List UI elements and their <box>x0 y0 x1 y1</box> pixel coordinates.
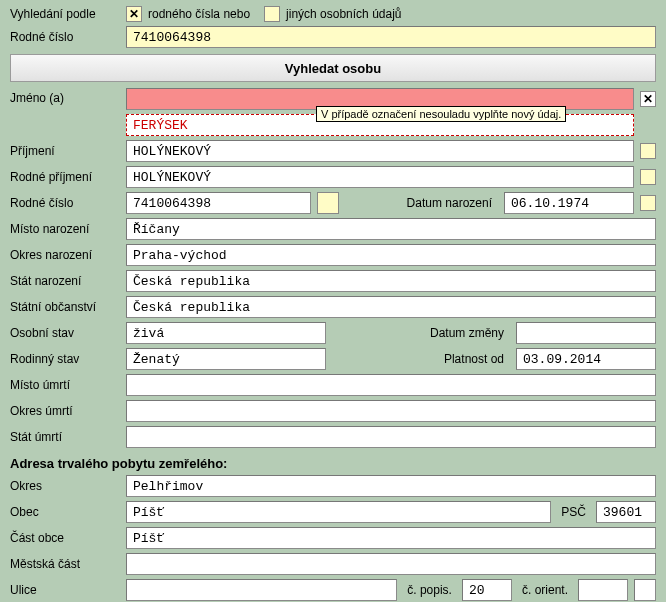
obcanstvi-row: Státní občanství Česká republika <box>10 296 656 318</box>
misto-narozeni-row: Místo narození Říčany <box>10 218 656 240</box>
dob-mismatch-checkbox[interactable] <box>640 195 656 211</box>
corient-label: č. orient. <box>518 583 572 597</box>
misto-umrti-input[interactable] <box>126 374 656 396</box>
search-mode-label: Vyhledání podle <box>10 7 120 21</box>
cast-obce-label: Část obce <box>10 531 120 545</box>
okres-narozeni-input[interactable]: Praha-východ <box>126 244 656 266</box>
platnost-input[interactable]: 03.09.2014 <box>516 348 656 370</box>
stat-narozeni-label: Stát narození <box>10 274 120 288</box>
obcanstvi-label: Státní občanství <box>10 300 120 314</box>
osobni-stav-input[interactable]: živá <box>126 322 326 344</box>
rodne-prijmeni-input[interactable]: HOLÝNEKOVÝ <box>126 166 634 188</box>
obec-input[interactable]: Píšť <box>126 501 551 523</box>
jmeno-row: Jméno (a) FERÝSEK V případě označení nes… <box>10 88 656 136</box>
stat-umrti-label: Stát úmrtí <box>10 430 120 444</box>
okres-input[interactable]: Pelhřimov <box>126 475 656 497</box>
search-by-other-text: jiných osobních údajů <box>286 7 401 21</box>
dob-input[interactable]: 06.10.1974 <box>504 192 634 214</box>
rc-search-input[interactable]: 7410064398 <box>126 26 656 48</box>
rc-search-label: Rodné číslo <box>10 30 120 44</box>
misto-narozeni-input[interactable]: Říčany <box>126 218 656 240</box>
rc-search-row: Rodné číslo 7410064398 <box>10 26 656 48</box>
obec-row: Obec Píšť PSČ 39601 <box>10 501 656 523</box>
rodinny-stav-input[interactable]: Ženatý <box>126 348 326 370</box>
mestska-cast-input[interactable] <box>126 553 656 575</box>
stat-umrti-row: Stát úmrtí <box>10 426 656 448</box>
misto-narozeni-label: Místo narození <box>10 222 120 236</box>
rodne-prijmeni-mismatch-checkbox[interactable] <box>640 169 656 185</box>
adresa-section-header: Adresa trvalého pobytu zemřelého: <box>10 456 656 471</box>
jmeno-tooltip: V případě označení nesouladu vyplňte nov… <box>316 106 566 122</box>
okres-umrti-input[interactable] <box>126 400 656 422</box>
rodne-prijmeni-label: Rodné příjmení <box>10 170 120 184</box>
rc-input[interactable]: 7410064398 <box>126 192 311 214</box>
osobni-stav-label: Osobní stav <box>10 326 120 340</box>
corient-input[interactable] <box>578 579 628 601</box>
okres-narozeni-label: Okres narození <box>10 248 120 262</box>
corient-suffix-input[interactable] <box>634 579 656 601</box>
rodne-prijmeni-row: Rodné příjmení HOLÝNEKOVÝ <box>10 166 656 188</box>
prijmeni-input[interactable]: HOLÝNEKOVÝ <box>126 140 634 162</box>
cast-obce-row: Část obce Píšť <box>10 527 656 549</box>
search-mode-row: Vyhledání podle rodného čísla nebo jinýc… <box>10 6 656 22</box>
ulice-input[interactable] <box>126 579 397 601</box>
search-by-rc-text: rodného čísla nebo <box>148 7 250 21</box>
okres-row: Okres Pelhřimov <box>10 475 656 497</box>
misto-umrti-row: Místo úmrtí <box>10 374 656 396</box>
mestska-cast-label: Městská část <box>10 557 120 571</box>
rc-mismatch-checkbox[interactable] <box>317 192 339 214</box>
search-by-other-checkbox[interactable] <box>264 6 280 22</box>
cast-obce-input[interactable]: Píšť <box>126 527 656 549</box>
ulice-label: Ulice <box>10 583 120 597</box>
ulice-row: Ulice č. popis. 20 č. orient. <box>10 579 656 601</box>
okres-umrti-label: Okres úmrtí <box>10 404 120 418</box>
mestska-cast-row: Městská část <box>10 553 656 575</box>
prijmeni-mismatch-checkbox[interactable] <box>640 143 656 159</box>
psc-input[interactable]: 39601 <box>596 501 656 523</box>
okres-narozeni-row: Okres narození Praha-východ <box>10 244 656 266</box>
stat-narozeni-input[interactable]: Česká republika <box>126 270 656 292</box>
rodinny-stav-row: Rodinný stav Ženatý Platnost od 03.09.20… <box>10 348 656 370</box>
rodinny-stav-label: Rodinný stav <box>10 352 120 366</box>
datum-zmeny-label: Datum změny <box>332 326 510 340</box>
obec-label: Obec <box>10 505 120 519</box>
search-button[interactable]: Vyhledat osobu <box>10 54 656 82</box>
obcanstvi-input[interactable]: Česká republika <box>126 296 656 318</box>
rc-dob-row: Rodné číslo 7410064398 Datum narození 06… <box>10 192 656 214</box>
okres-label: Okres <box>10 479 120 493</box>
platnost-label: Platnost od <box>332 352 510 366</box>
okres-umrti-row: Okres úmrtí <box>10 400 656 422</box>
prijmeni-label: Příjmení <box>10 144 120 158</box>
prijmeni-row: Příjmení HOLÝNEKOVÝ <box>10 140 656 162</box>
search-by-rc-checkbox[interactable] <box>126 6 142 22</box>
psc-label: PSČ <box>557 505 590 519</box>
osobni-stav-row: Osobní stav živá Datum změny <box>10 322 656 344</box>
rc-label: Rodné číslo <box>10 196 120 210</box>
misto-umrti-label: Místo úmrtí <box>10 378 120 392</box>
jmeno-label: Jméno (a) <box>10 88 120 105</box>
stat-narozeni-row: Stát narození Česká republika <box>10 270 656 292</box>
jmeno-mismatch-checkbox[interactable] <box>640 91 656 107</box>
stat-umrti-input[interactable] <box>126 426 656 448</box>
datum-zmeny-input[interactable] <box>516 322 656 344</box>
cpopis-input[interactable]: 20 <box>462 579 512 601</box>
dob-label: Datum narození <box>345 196 498 210</box>
cpopis-label: č. popis. <box>403 583 456 597</box>
